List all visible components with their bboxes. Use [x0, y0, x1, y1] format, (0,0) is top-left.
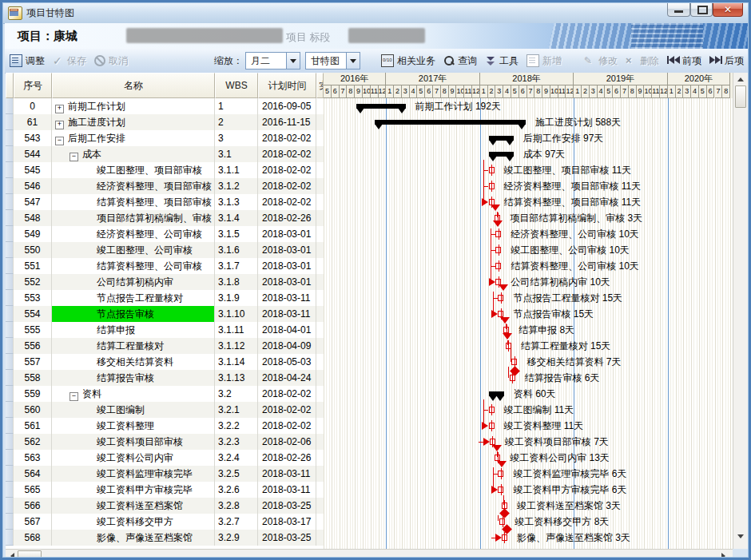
- close-button[interactable]: ✕: [713, 2, 743, 17]
- cell-name[interactable]: 竣工资料监理审核完毕: [52, 466, 215, 482]
- tree-plus-icon[interactable]: +: [55, 105, 64, 113]
- column-header-plan[interactable]: 计划时间: [258, 73, 316, 98]
- row-indicator[interactable]: [6, 114, 14, 130]
- cancel-button[interactable]: 取消: [94, 54, 128, 68]
- tools-button[interactable]: 工具: [485, 54, 519, 68]
- cell-name[interactable]: −后期工作安排: [52, 130, 215, 146]
- table-row[interactable]: 563竣工资料公司内审3.2.42018-02-26: [6, 450, 324, 466]
- cell-name[interactable]: 结算工程量核对: [52, 338, 215, 354]
- summary-bar[interactable]: [375, 120, 526, 125]
- zoom-select-arrow-icon[interactable]: [286, 53, 300, 69]
- table-row[interactable]: 560竣工图编制3.2.12018-02-02: [6, 402, 324, 418]
- save-button[interactable]: ✓ 保存: [53, 54, 86, 68]
- cell-name[interactable]: 结算申报: [52, 322, 215, 338]
- table-row[interactable]: 567竣工资料移交甲方3.2.72018-03-17: [6, 514, 324, 530]
- adjust-button[interactable]: 调整: [10, 54, 45, 68]
- table-row[interactable]: 558结算报告审核3.1.132018-04-24: [6, 370, 324, 386]
- cell-name[interactable]: 竣工资料移交甲方: [52, 514, 215, 530]
- row-indicator[interactable]: [6, 466, 14, 482]
- query-button[interactable]: 查询: [443, 54, 477, 68]
- row-indicator[interactable]: [6, 98, 14, 114]
- delete-button[interactable]: × 删除: [626, 54, 659, 68]
- scroll-up-icon[interactable]: [737, 77, 744, 81]
- cell-name[interactable]: 竣工资料送至档案馆: [52, 498, 215, 514]
- cell-name[interactable]: −成本: [52, 146, 215, 162]
- table-row[interactable]: 557移交相关结算资料3.1.142018-05-03: [6, 354, 324, 370]
- view-select-arrow-icon[interactable]: [346, 53, 360, 69]
- row-indicator[interactable]: [6, 530, 14, 546]
- cell-name[interactable]: 移交相关结算资料: [52, 354, 215, 370]
- vertical-scroll-thumb[interactable]: [735, 85, 746, 108]
- table-row[interactable]: 553节点报告工程量核对3.1.92018-03-11: [6, 290, 324, 306]
- row-indicator[interactable]: [6, 130, 14, 146]
- tree-plus-icon[interactable]: +: [55, 121, 64, 129]
- view-select[interactable]: 甘特图: [305, 52, 360, 70]
- cell-name[interactable]: 经济资料整理、公司审核: [52, 226, 215, 242]
- cell-name[interactable]: 影像、声像送至档案馆: [52, 530, 215, 546]
- vertical-scrollbar[interactable]: [733, 73, 748, 549]
- row-indicator[interactable]: [6, 162, 14, 178]
- prev-item-button[interactable]: 前项: [667, 54, 701, 68]
- cell-name[interactable]: 竣工资料甲方审核完毕: [52, 482, 215, 498]
- cell-name[interactable]: 节点报告工程量核对: [52, 290, 215, 306]
- tree-minus-icon[interactable]: −: [70, 392, 78, 401]
- table-row[interactable]: 546经济资料整理、项目部审核3.1.22018-02-02: [6, 178, 324, 194]
- table-row[interactable]: 548项目部结算初稿编制、审核3.1.42018-02-26: [6, 210, 324, 226]
- column-header-actual[interactable]: 实: [316, 73, 324, 98]
- tree-minus-icon[interactable]: −: [70, 153, 78, 161]
- column-header-name[interactable]: 名称: [52, 73, 215, 98]
- row-indicator[interactable]: [6, 386, 14, 402]
- related-business-button[interactable]: 相关业务: [381, 54, 435, 68]
- row-indicator[interactable]: [6, 210, 14, 226]
- table-row[interactable]: 556结算工程量核对3.1.122018-04-09: [6, 338, 324, 354]
- row-indicator[interactable]: [6, 146, 14, 162]
- table-row[interactable]: 568影像、声像送至档案馆3.2.92018-03-25: [6, 530, 324, 546]
- scroll-down-icon[interactable]: [737, 534, 744, 538]
- row-indicator[interactable]: [6, 338, 14, 354]
- row-indicator[interactable]: [6, 402, 14, 418]
- table-row[interactable]: 562竣工资料项目部审核3.2.32018-02-06: [6, 434, 324, 450]
- modify-button[interactable]: ✎ 修改: [584, 54, 618, 68]
- table-row[interactable]: 0+前期工作计划12016-09-05: [6, 98, 324, 114]
- cell-name[interactable]: 竣工资料整理: [52, 418, 215, 434]
- table-row[interactable]: 549经济资料整理、公司审核3.1.52018-03-01: [6, 226, 324, 242]
- row-indicator[interactable]: [6, 418, 14, 434]
- row-indicator[interactable]: [6, 514, 14, 530]
- table-row[interactable]: 552公司结算初稿内审3.1.82018-03-01: [6, 274, 324, 290]
- cell-name[interactable]: +前期工作计划: [52, 98, 215, 114]
- row-indicator[interactable]: [6, 482, 14, 498]
- row-indicator[interactable]: [6, 242, 14, 258]
- horizontal-scroll-thumb[interactable]: [18, 550, 42, 560]
- zoom-select[interactable]: 月二: [245, 52, 300, 70]
- row-indicator[interactable]: [6, 322, 14, 338]
- row-indicator[interactable]: [6, 274, 14, 290]
- cell-name[interactable]: 结算报告审核: [52, 370, 215, 386]
- row-indicator[interactable]: [6, 290, 14, 306]
- horizontal-scrollbar[interactable]: [6, 549, 733, 560]
- table-row[interactable]: 566竣工资料送至档案馆3.2.82018-03-25: [6, 498, 324, 514]
- table-row[interactable]: 545竣工图整理、项目部审核3.1.12018-02-02: [6, 162, 324, 178]
- cell-name[interactable]: 项目部结算初稿编制、审核: [52, 210, 215, 226]
- cell-name[interactable]: 结算资料整理、项目部审核: [52, 194, 215, 210]
- table-row[interactable]: 61+施工进度计划22016-11-15: [6, 114, 324, 130]
- cell-name[interactable]: 竣工图编制: [52, 402, 215, 418]
- cell-name[interactable]: +施工进度计划: [52, 114, 215, 130]
- row-indicator[interactable]: [6, 354, 14, 370]
- cell-name[interactable]: 节点报告审核: [52, 306, 215, 322]
- row-indicator[interactable]: [6, 370, 14, 386]
- add-button[interactable]: 新增: [526, 54, 562, 68]
- table-row[interactable]: 544−成本3.12018-02-02: [6, 146, 324, 162]
- table-row[interactable]: 551结算资料整理、公司审核3.1.72018-03-01: [6, 258, 324, 274]
- column-header-seq[interactable]: 序号: [14, 73, 52, 98]
- scroll-right-icon[interactable]: [721, 553, 725, 559]
- table-row[interactable]: 554节点报告审核3.1.102018-03-11: [6, 306, 324, 322]
- table-row[interactable]: 543−后期工作安排32018-02-02: [6, 130, 324, 146]
- table-row[interactable]: 559−资料3.22018-02-02: [6, 386, 324, 402]
- cell-name[interactable]: 公司结算初稿内审: [52, 274, 215, 290]
- cell-name[interactable]: 结算资料整理、公司审核: [52, 258, 215, 274]
- cell-name[interactable]: 竣工图整理、项目部审核: [52, 162, 215, 178]
- table-row[interactable]: 565竣工资料甲方审核完毕3.2.62018-03-11: [6, 482, 324, 498]
- cell-name[interactable]: 经济资料整理、项目部审核: [52, 178, 215, 194]
- next-item-button[interactable]: 后项: [709, 54, 744, 68]
- row-indicator[interactable]: [6, 178, 14, 194]
